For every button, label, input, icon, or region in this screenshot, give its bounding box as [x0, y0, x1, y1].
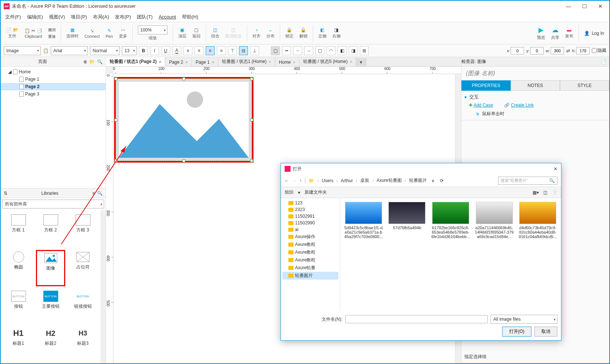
corner-button[interactable]: ◠: [326, 46, 335, 55]
add-case-link[interactable]: ✚ Add Case: [469, 103, 493, 108]
font-weight-combo[interactable]: Normal: [90, 46, 120, 55]
fill-button[interactable]: ▢: [271, 46, 280, 55]
search-pages-icon[interactable]: 🔍: [97, 59, 103, 64]
folder-1[interactable]: 2323: [282, 206, 338, 213]
nav-up-button[interactable]: ↑: [299, 178, 302, 183]
cancel-button[interactable]: 取消: [534, 327, 557, 337]
create-link[interactable]: 🔗 Create Link: [504, 103, 534, 108]
align-right-button[interactable]: ≡: [217, 46, 226, 55]
select-group-section[interactable]: 指定选择组: [461, 351, 609, 363]
tree-page1[interactable]: Page 1: [1, 76, 106, 83]
tree-page2[interactable]: Page 2: [1, 83, 106, 90]
w-input[interactable]: [551, 47, 564, 54]
tree-home[interactable]: ◢Home: [1, 68, 106, 76]
preview-tool[interactable]: ▶预览: [535, 25, 547, 41]
share-tool[interactable]: ☁共享: [549, 25, 561, 41]
lib-h3[interactable]: H3标题3: [68, 326, 97, 360]
tree-page3[interactable]: Page 3: [1, 90, 106, 98]
nav-back-button[interactable]: ←: [285, 178, 289, 183]
clipboard-group[interactable]: 📋✂📑 Clipboard: [22, 27, 44, 39]
organize-button[interactable]: 组织: [285, 189, 294, 196]
file-3[interactable]: a20a711446669b45-14f4b6f1f895047-379a69c…: [475, 202, 514, 239]
crumb-3[interactable]: Axure轮番图: [377, 177, 401, 184]
login-button[interactable]: 👤Log In: [582, 30, 606, 37]
dialog-close-button[interactable]: ✕: [554, 166, 557, 171]
x-input[interactable]: [511, 47, 524, 54]
select-tool[interactable]: ▦选择时: [64, 27, 81, 40]
widget-type-combo[interactable]: Image: [4, 46, 41, 55]
refresh-icon[interactable]: ⟳: [440, 178, 444, 183]
file-1[interactable]: 57d76fb5a494b: [388, 202, 427, 230]
zoom-group[interactable]: 100% 缩放: [136, 25, 170, 41]
maximize-button[interactable]: ☐: [582, 3, 587, 9]
folder-2[interactable]: 11502991: [282, 213, 338, 220]
tab-2[interactable]: Page 1×: [192, 58, 218, 66]
tab-1[interactable]: Page 2×: [165, 58, 192, 66]
folder-6[interactable]: Axure教程: [282, 241, 338, 248]
folder-3[interactable]: 11502990: [282, 220, 338, 226]
padding-button[interactable]: ⊞: [360, 46, 369, 55]
folder-9[interactable]: Axure轮番: [282, 264, 338, 272]
lock-tool[interactable]: 🔒锁定: [283, 27, 296, 40]
menu-view[interactable]: 视图(V): [47, 13, 67, 21]
lib-box2[interactable]: 方框 2: [36, 213, 65, 247]
folder-5[interactable]: Axure操作: [282, 233, 338, 241]
paste-style-icon[interactable]: 📋: [43, 48, 49, 53]
tab-dropdown[interactable]: ▾: [356, 58, 366, 66]
filter-combo[interactable]: All image files: [491, 315, 557, 324]
file-2[interactable]: 61782be166c826c8-653ea5468e5789eb-6fe1b4…: [431, 202, 470, 239]
menu-edit[interactable]: 编辑(E): [25, 13, 45, 21]
folder-4[interactable]: ai: [282, 226, 338, 233]
align-tool[interactable]: ⫞对齐: [250, 27, 263, 40]
collapse-icon[interactable]: ⇅: [4, 191, 7, 196]
publish-tool[interactable]: ▬发布: [563, 27, 576, 40]
front-tool[interactable]: ▣顶层: [176, 27, 189, 40]
connect-tool[interactable]: ↘Connect: [82, 27, 102, 39]
lib-ellipse[interactable]: 椭圆: [4, 250, 33, 286]
tab-3[interactable]: 轮番图 / 状态1 (Home)×: [218, 57, 275, 66]
lock-aspect-icon[interactable]: ⇄: [566, 48, 570, 53]
unlock-tool[interactable]: 🔓解锁: [297, 27, 310, 40]
hidden-checkbox[interactable]: 隐藏: [592, 47, 606, 54]
newfolder-button[interactable]: 新建文件夹: [305, 189, 327, 196]
pen-tool[interactable]: ✎Pen: [103, 27, 115, 39]
valign-bot-button[interactable]: ⊥: [250, 46, 259, 55]
italic-button[interactable]: I: [150, 46, 159, 55]
arrow-button[interactable]: →: [304, 46, 313, 55]
menu-help[interactable]: 帮助(H): [180, 13, 200, 21]
lib-box1[interactable]: 方框 1: [4, 213, 33, 247]
menu-file[interactable]: 文件(F): [3, 13, 23, 21]
menu-arrange[interactable]: 布局(A): [91, 13, 111, 21]
menu-account[interactable]: Account: [156, 13, 178, 21]
view-button[interactable]: ▦▾: [533, 190, 539, 195]
crumb-1[interactable]: Arthur: [341, 178, 353, 183]
event-click[interactable]: 🖱鼠标单击时: [464, 108, 606, 117]
more-tool[interactable]: ⋯更多: [117, 27, 129, 40]
lib-h2[interactable]: H2标题2: [36, 326, 65, 360]
crumb-0[interactable]: Users: [322, 178, 333, 183]
dialog-search[interactable]: 搜索"轮番图片"🔍: [498, 177, 557, 185]
folder-8[interactable]: Axure教程: [282, 256, 338, 264]
right-tool[interactable]: ◨右侧: [330, 27, 343, 40]
underline-button[interactable]: U: [161, 46, 170, 55]
menu-publish[interactable]: 发布(P): [113, 13, 133, 21]
preview-pane-button[interactable]: ◫: [543, 190, 547, 195]
file-4[interactable]: d4d60c73b45d79c9-82ccb0a44eba40d8-0161c0…: [518, 202, 557, 239]
open-button[interactable]: 打开(O): [502, 327, 531, 337]
lib-h1[interactable]: H1标题1: [4, 326, 33, 360]
align-left-button[interactable]: ≡: [195, 46, 203, 55]
undo-group[interactable]: 撤消重做: [46, 27, 58, 40]
lib-selector[interactable]: 所有部件库: [2, 200, 104, 208]
menu-team[interactable]: 团队(T): [135, 13, 155, 21]
lib-placeholder[interactable]: 占位符: [68, 250, 97, 286]
crumb-4[interactable]: 轮番图片: [409, 177, 427, 184]
crumb-2[interactable]: 桌面: [360, 177, 369, 184]
filename-input[interactable]: [345, 315, 488, 323]
back-tool[interactable]: ▢返回: [190, 27, 203, 40]
selected-image-widget[interactable]: [114, 77, 253, 163]
menu-project[interactable]: 项目(P): [69, 13, 89, 21]
nav-fwd-button[interactable]: →: [292, 178, 296, 183]
close-icon[interactable]: ×: [159, 60, 161, 64]
tab-properties[interactable]: PROPERTIES: [461, 80, 511, 91]
add-page-icon[interactable]: ⊕: [83, 59, 87, 64]
